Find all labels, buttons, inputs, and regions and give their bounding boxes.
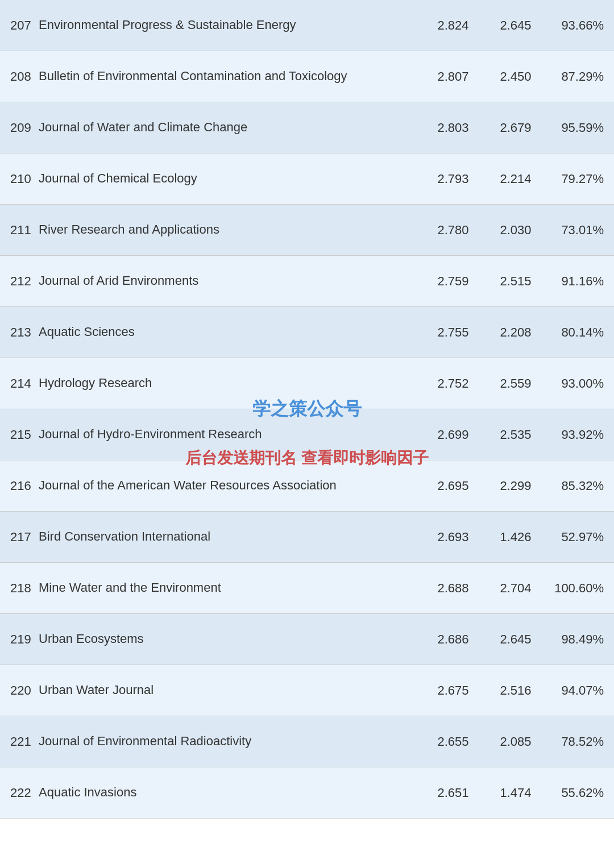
cell-journal-name: Journal of the American Water Resources … [39, 477, 422, 494]
cell-percentage: 80.14% [547, 325, 609, 340]
cell-5year-if: 1.426 [484, 530, 547, 545]
cell-journal-name: Hydrology Research [39, 375, 422, 392]
cell-percentage: 85.32% [547, 479, 609, 493]
table-row: 212 Journal of Arid Environments 2.759 2… [0, 256, 614, 307]
cell-journal-name: Journal of Chemical Ecology [39, 171, 422, 187]
cell-percentage: 95.59% [547, 121, 609, 135]
table-row: 209 Journal of Water and Climate Change … [0, 102, 614, 153]
table-row: 210 Journal of Chemical Ecology 2.793 2.… [0, 153, 614, 205]
cell-impact-factor: 2.824 [422, 18, 484, 33]
cell-5year-if: 2.516 [484, 683, 547, 698]
cell-journal-name: Aquatic Invasions [39, 784, 422, 801]
cell-journal-name: Mine Water and the Environment [39, 580, 422, 596]
cell-5year-if: 2.645 [484, 18, 547, 33]
cell-rank: 218 [5, 581, 39, 596]
cell-percentage: 94.07% [547, 683, 609, 698]
table-row: 213 Aquatic Sciences 2.755 2.208 80.14% [0, 307, 614, 358]
table-row: 211 River Research and Applications 2.78… [0, 205, 614, 256]
table-row: 218 Mine Water and the Environment 2.688… [0, 563, 614, 614]
cell-percentage: 79.27% [547, 172, 609, 186]
cell-percentage: 93.66% [547, 18, 609, 33]
cell-rank: 210 [5, 172, 39, 186]
cell-rank: 222 [5, 786, 39, 800]
cell-impact-factor: 2.807 [422, 69, 484, 84]
cell-5year-if: 2.214 [484, 172, 547, 186]
cell-percentage: 73.01% [547, 223, 609, 238]
cell-journal-name: Aquatic Sciences [39, 324, 422, 340]
cell-rank: 213 [5, 325, 39, 340]
cell-journal-name: Journal of Water and Climate Change [39, 119, 422, 136]
cell-impact-factor: 2.755 [422, 325, 484, 340]
cell-percentage: 55.62% [547, 786, 609, 800]
cell-impact-factor: 2.675 [422, 683, 484, 698]
cell-journal-name: River Research and Applications [39, 222, 422, 238]
cell-5year-if: 2.535 [484, 427, 547, 442]
table-row: 222 Aquatic Invasions 2.651 1.474 55.62% [0, 767, 614, 819]
table-row: 221 Journal of Environmental Radioactivi… [0, 716, 614, 767]
table-container: 207 Environmental Progress & Sustainable… [0, 0, 614, 819]
cell-rank: 211 [5, 223, 39, 238]
cell-rank: 212 [5, 274, 39, 289]
cell-journal-name: Journal of Environmental Radioactivity [39, 733, 422, 750]
cell-percentage: 78.52% [547, 734, 609, 749]
cell-percentage: 93.00% [547, 376, 609, 391]
table-row: 208 Bulletin of Environmental Contaminat… [0, 51, 614, 102]
cell-rank: 219 [5, 632, 39, 647]
cell-5year-if: 2.030 [484, 223, 547, 238]
cell-journal-name: Urban Ecosystems [39, 631, 422, 647]
cell-percentage: 100.60% [547, 581, 609, 596]
table-row: 219 Urban Ecosystems 2.686 2.645 98.49% [0, 614, 614, 665]
cell-percentage: 52.97% [547, 530, 609, 545]
cell-journal-name: Journal of Arid Environments [39, 273, 422, 289]
cell-impact-factor: 2.688 [422, 581, 484, 596]
cell-rank: 208 [5, 69, 39, 84]
cell-impact-factor: 2.695 [422, 479, 484, 493]
cell-rank: 214 [5, 376, 39, 391]
table-row: 207 Environmental Progress & Sustainable… [0, 0, 614, 51]
cell-5year-if: 2.679 [484, 121, 547, 135]
cell-impact-factor: 2.803 [422, 121, 484, 135]
cell-impact-factor: 2.693 [422, 530, 484, 545]
cell-impact-factor: 2.752 [422, 376, 484, 391]
cell-impact-factor: 2.793 [422, 172, 484, 186]
cell-journal-name: Bulletin of Environmental Contamination … [39, 68, 422, 85]
cell-5year-if: 2.208 [484, 325, 547, 340]
cell-rank: 209 [5, 121, 39, 135]
cell-impact-factor: 2.686 [422, 632, 484, 647]
cell-5year-if: 1.474 [484, 786, 547, 800]
cell-5year-if: 2.299 [484, 479, 547, 493]
cell-rank: 216 [5, 479, 39, 493]
cell-5year-if: 2.515 [484, 274, 547, 289]
cell-impact-factor: 2.759 [422, 274, 484, 289]
cell-impact-factor: 2.651 [422, 786, 484, 800]
table-row: 215 Journal of Hydro-Environment Researc… [0, 409, 614, 460]
cell-5year-if: 2.645 [484, 632, 547, 647]
cell-rank: 207 [5, 18, 39, 33]
table-row: 220 Urban Water Journal 2.675 2.516 94.0… [0, 665, 614, 716]
cell-impact-factor: 2.780 [422, 223, 484, 238]
cell-impact-factor: 2.699 [422, 427, 484, 442]
cell-percentage: 91.16% [547, 274, 609, 289]
table-row: 216 Journal of the American Water Resour… [0, 460, 614, 512]
table-row: 214 Hydrology Research 2.752 2.559 93.00… [0, 358, 614, 409]
cell-5year-if: 2.559 [484, 376, 547, 391]
table-row: 217 Bird Conservation International 2.69… [0, 512, 614, 563]
cell-rank: 220 [5, 683, 39, 698]
cell-5year-if: 2.704 [484, 581, 547, 596]
cell-journal-name: Urban Water Journal [39, 682, 422, 699]
cell-rank: 215 [5, 427, 39, 442]
cell-impact-factor: 2.655 [422, 734, 484, 749]
cell-journal-name: Environmental Progress & Sustainable Ene… [39, 17, 422, 34]
cell-5year-if: 2.085 [484, 734, 547, 749]
cell-journal-name: Bird Conservation International [39, 529, 422, 545]
cell-percentage: 87.29% [547, 69, 609, 84]
cell-journal-name: Journal of Hydro-Environment Research [39, 426, 422, 443]
cell-rank: 221 [5, 734, 39, 749]
cell-percentage: 98.49% [547, 632, 609, 647]
journal-table: 207 Environmental Progress & Sustainable… [0, 0, 614, 819]
cell-rank: 217 [5, 530, 39, 545]
cell-percentage: 93.92% [547, 427, 609, 442]
cell-5year-if: 2.450 [484, 69, 547, 84]
